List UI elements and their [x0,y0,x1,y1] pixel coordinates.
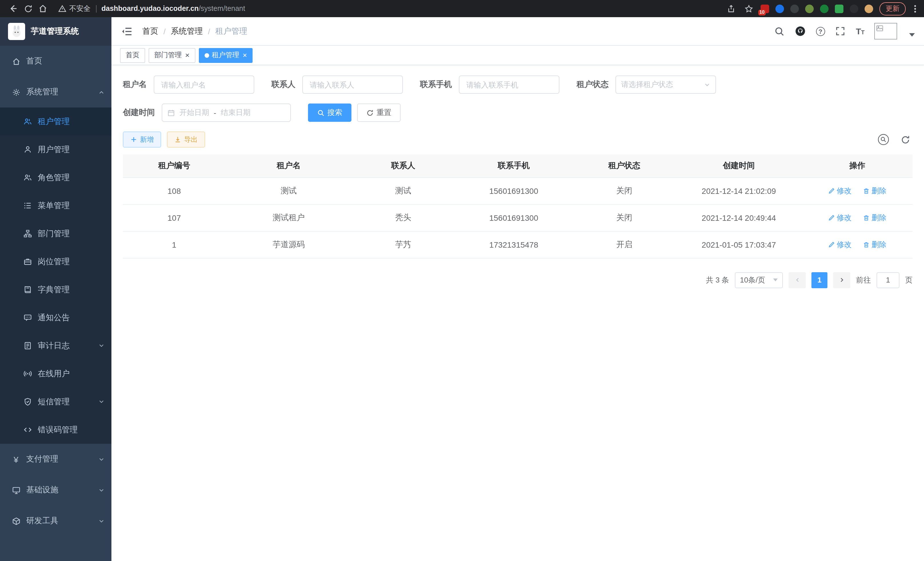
sidebar-item-post[interactable]: 岗位管理 [0,248,111,276]
edit-button[interactable]: 修改 [828,239,852,250]
close-icon[interactable]: × [185,51,189,59]
close-icon[interactable]: × [243,51,247,59]
payment-yen-icon: ¥ [11,455,21,464]
tag-home[interactable]: 首页 [120,48,145,63]
col-created: 创建时间 [676,154,802,177]
breadcrumb-item[interactable]: 首页 [142,26,158,36]
toggle-search-icon[interactable] [876,132,891,147]
extension-icon[interactable] [820,4,829,13]
sidebar-item-role[interactable]: 角色管理 [0,164,111,192]
extension-icon[interactable] [835,4,843,13]
cell-actions: 修改 删除 [802,177,913,204]
sidebar-item-dept[interactable]: 部门管理 [0,220,111,248]
tag-label: 租户管理 [212,50,239,60]
github-icon[interactable] [795,26,806,37]
tenant-name-label: 租户名 [123,80,147,90]
col-mobile: 联系手机 [454,154,573,177]
status-select[interactable]: 请选择租户状态 [615,75,716,94]
sidebar-item-label: 支付管理 [26,454,92,464]
help-icon[interactable]: ? [816,27,825,36]
contact-label: 联系人 [272,80,296,90]
extension-icon[interactable] [850,4,858,13]
contact-input[interactable] [302,75,403,94]
bookmark-star-icon[interactable] [743,3,754,14]
sidebar-item-payment[interactable]: ¥ 支付管理 [0,444,111,475]
url-host: dashboard.yudao.iocoder.cn [101,5,199,13]
sidebar-item-online[interactable]: 在线用户 [0,360,111,388]
page-size-value: 10条/页 [740,275,765,285]
table-header-row: 租户编号 租户名 联系人 联系手机 租户状态 创建时间 操作 [123,154,913,177]
delete-button[interactable]: 删除 [863,212,886,223]
page-size-select[interactable]: 10条/页 [735,272,783,288]
update-label: 更新 [886,4,899,14]
tenant-name-input[interactable] [154,75,254,94]
table-row: 108 测试 测试 15601691300 关闭 2021-12-14 21:0… [123,177,913,204]
delete-label: 删除 [872,186,886,196]
sidebar-item-label: 通知公告 [38,313,105,323]
goto-label: 前往 [856,275,871,285]
post-briefcase-icon [23,257,32,266]
sidebar-item-notice[interactable]: 通知公告 [0,304,111,332]
search-button[interactable]: 搜索 [308,104,351,122]
cell-mobile: 15601691300 [454,204,573,231]
sidebar-item-menu[interactable]: 菜单管理 [0,192,111,220]
delete-button[interactable]: 删除 [863,239,886,250]
sidebar-item-home[interactable]: 首页 [0,46,111,77]
extension-icon[interactable] [865,4,873,13]
browser-menu-icon[interactable] [912,4,918,14]
sidebar-item-devtools[interactable]: 研发工具 [0,505,111,536]
prev-page-button[interactable] [789,272,806,288]
trash-icon [863,214,870,221]
chevron-down-icon [98,398,105,405]
browser-update-button[interactable]: 更新 [879,2,906,15]
extension-icon[interactable] [790,4,799,13]
chevron-down-icon [773,278,778,281]
sidebar-item-label: 在线用户 [38,368,105,379]
breadcrumb-item[interactable]: 系统管理 [171,26,203,36]
refresh-table-icon[interactable] [898,132,913,147]
sidebar-item-label: 错误码管理 [38,425,105,435]
extension-icon[interactable] [805,4,814,13]
fullscreen-icon[interactable] [835,26,846,37]
edit-button[interactable]: 修改 [828,212,852,223]
tag-tenant-active[interactable]: 租户管理 × [199,48,253,63]
goto-page-input[interactable] [877,272,899,288]
sidebar-item-tenant[interactable]: 租户管理 [0,108,111,135]
delete-button[interactable]: 删除 [863,186,886,196]
sidebar-item-sms[interactable]: 短信管理 [0,388,111,416]
avatar[interactable] [874,23,897,39]
add-button[interactable]: 新增 [123,132,161,147]
app-logo: 芋道管理系统 [0,17,111,46]
reset-button[interactable]: 重置 [357,104,400,122]
sidebar-item-infra[interactable]: 基础设施 [0,475,111,505]
export-button[interactable]: 导出 [167,132,205,147]
delete-label: 删除 [872,212,886,223]
tag-dept[interactable]: 部门管理 × [148,48,195,63]
browser-back-icon[interactable] [6,1,21,16]
active-dot [204,53,209,57]
sidebar-item-errcode[interactable]: 错误码管理 [0,416,111,444]
sidebar-item-dict[interactable]: 字典管理 [0,276,111,304]
col-tenant-name: 租户名 [225,154,352,177]
cell-tenant-id: 108 [123,177,225,204]
sidebar-toggle-icon[interactable] [121,25,133,38]
extension-icon[interactable]: 10 [760,4,769,13]
total-count: 共 3 条 [706,275,729,285]
search-icon[interactable] [773,26,785,37]
extension-icon[interactable] [776,4,784,13]
browser-home-icon[interactable] [35,1,50,16]
next-page-button[interactable] [833,272,850,288]
edit-button[interactable]: 修改 [828,186,852,196]
sidebar-item-system[interactable]: 系统管理 [0,77,111,108]
page-number-current[interactable]: 1 [812,272,827,288]
avatar-dropdown-caret-icon[interactable] [909,33,915,36]
sidebar-item-user[interactable]: 用户管理 [0,135,111,164]
chevron-down-icon [704,81,710,88]
share-icon[interactable] [725,3,736,14]
font-size-icon[interactable]: TT [856,27,865,35]
sidebar-item-audit[interactable]: 审计日志 [0,332,111,360]
create-time-range-picker[interactable]: 开始日期 - 结束日期 [162,104,291,122]
address-bar[interactable]: 不安全 dashboard.yudao.iocoder.cn/system/te… [58,4,717,14]
mobile-input[interactable] [459,75,560,94]
browser-refresh-icon[interactable] [21,1,35,16]
